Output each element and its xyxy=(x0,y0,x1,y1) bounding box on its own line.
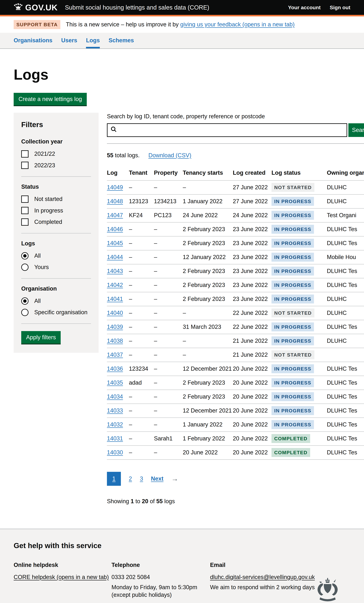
core-helpdesk-link[interactable]: CORE helpdesk (opens in a new tab) xyxy=(14,574,109,580)
cell-log-created: 23 June 2022 xyxy=(233,278,271,292)
checkbox-completed[interactable]: Completed xyxy=(21,218,91,226)
cell-log-created: 21 June 2022 xyxy=(233,334,271,348)
checkbox-2022-23[interactable]: 2022/23 xyxy=(21,162,91,169)
radio-specific-organisation[interactable]: Specific organisation xyxy=(21,309,91,316)
crown-icon xyxy=(14,3,23,12)
nav-item-users[interactable]: Users xyxy=(61,33,77,48)
status-badge: IN PROGRESS xyxy=(271,197,314,206)
cell-tenancy-starts: 2 February 2023 xyxy=(183,264,233,278)
status-badge: IN PROGRESS xyxy=(271,323,314,332)
radio-all[interactable]: All xyxy=(21,297,91,305)
download-csv-link[interactable]: Download (CSV) xyxy=(149,152,191,159)
nav-item-schemes[interactable]: Schemes xyxy=(109,33,134,48)
filter-group-logs: LogsAllYours xyxy=(21,240,91,278)
cell-log: 14047 xyxy=(107,208,129,222)
log-id-link[interactable]: 14043 xyxy=(107,268,123,274)
checkbox-2021-22[interactable]: 2021/22 xyxy=(21,150,91,158)
nav-item-logs[interactable]: Logs xyxy=(86,33,100,48)
cell-log: 14036 xyxy=(107,362,129,376)
cell-property: – xyxy=(154,334,183,348)
status-badge: IN PROGRESS xyxy=(271,364,314,373)
log-id-link[interactable]: 14047 xyxy=(107,212,123,218)
log-id-link[interactable]: 14042 xyxy=(107,282,123,288)
cell-status: IN PROGRESS xyxy=(271,264,327,278)
cell-owning-organisation xyxy=(327,348,364,362)
cell-owning-organisation: DLUHC Tes xyxy=(327,390,364,404)
log-id-link[interactable]: 14034 xyxy=(107,394,123,400)
cell-tenant: – xyxy=(129,278,154,292)
radio-control[interactable] xyxy=(21,264,28,271)
table-row: 14045––2 February 202323 June 2022IN PRO… xyxy=(107,236,364,250)
checkbox-control[interactable] xyxy=(21,150,28,158)
cell-tenant: 123123 xyxy=(129,194,154,208)
log-id-link[interactable]: 14035 xyxy=(107,380,123,386)
cell-owning-organisation: DLUHC Tes xyxy=(327,222,364,236)
checkbox-control[interactable] xyxy=(21,162,28,169)
your-account-link[interactable]: Your account xyxy=(288,4,321,11)
pagination-page-2[interactable]: 2 xyxy=(129,475,132,482)
apply-filters-button[interactable]: Apply filters xyxy=(21,331,61,344)
feedback-link[interactable]: giving us your feedback (opens in a new … xyxy=(180,21,294,28)
status-badge: COMPLETED xyxy=(271,448,310,457)
service-name-link[interactable]: Submit social housing lettings and sales… xyxy=(65,3,288,11)
cell-tenancy-starts: 1 January 2022 xyxy=(183,194,233,208)
log-id-link[interactable]: 14049 xyxy=(107,184,123,190)
checkbox-not-started[interactable]: Not started xyxy=(21,195,91,203)
search-input[interactable] xyxy=(107,123,347,137)
log-id-link[interactable]: 14039 xyxy=(107,324,123,330)
log-id-link[interactable]: 14037 xyxy=(107,352,123,358)
cell-tenancy-starts: – xyxy=(183,334,233,348)
nav-item-organisations[interactable]: Organisations xyxy=(14,33,52,48)
search-button[interactable]: Search xyxy=(348,123,364,137)
log-id-link[interactable]: 14031 xyxy=(107,435,123,442)
checkbox-in-progress[interactable]: In progress xyxy=(21,207,91,214)
cell-log: 14033 xyxy=(107,404,129,418)
footer-title: Get help with this service xyxy=(14,541,350,550)
cell-owning-organisation: DLUHC Tes xyxy=(327,446,364,460)
checkbox-control[interactable] xyxy=(21,207,28,214)
checkbox-control[interactable] xyxy=(21,218,28,226)
radio-control[interactable] xyxy=(21,309,28,316)
table-row: 14039––31 March 202322 June 2022IN PROGR… xyxy=(107,320,364,334)
table-row: 14034––2 February 202320 June 2022IN PRO… xyxy=(107,390,364,404)
table-row: 14042––2 February 202323 June 2022IN PRO… xyxy=(107,278,364,292)
govuk-logo-link[interactable]: GOV.UK xyxy=(14,2,58,13)
crown-copyright-block: © Crown copyright xyxy=(305,577,350,603)
sign-out-link[interactable]: Sign out xyxy=(330,4,350,11)
cell-property: – xyxy=(154,292,183,306)
cell-log-created: 24 June 2022 xyxy=(233,208,271,222)
log-id-link[interactable]: 14045 xyxy=(107,240,123,246)
radio-all[interactable]: All xyxy=(21,252,91,259)
log-id-link[interactable]: 14041 xyxy=(107,296,123,302)
pagination-page-3[interactable]: 3 xyxy=(140,475,143,482)
radio-yours[interactable]: Yours xyxy=(21,263,91,271)
radio-control[interactable] xyxy=(21,252,28,259)
log-id-link[interactable]: 14046 xyxy=(107,226,123,232)
cell-tenancy-starts: – xyxy=(183,348,233,362)
log-id-link[interactable]: 14030 xyxy=(107,449,123,456)
log-id-link[interactable]: 14044 xyxy=(107,254,123,260)
pagination-page-current[interactable]: 1 xyxy=(107,472,121,486)
email-link[interactable]: dluhc.digital-services@levellingup.gov.u… xyxy=(210,574,315,580)
cell-tenant: – xyxy=(129,334,154,348)
filter-group-label: Status xyxy=(21,183,91,190)
radio-control[interactable] xyxy=(21,297,28,305)
log-id-link[interactable]: 14040 xyxy=(107,310,123,316)
log-id-link[interactable]: 14032 xyxy=(107,421,123,428)
status-badge: NOT STARTED xyxy=(271,350,314,359)
table-row: 14044––12 January 202223 June 2022IN PRO… xyxy=(107,250,364,264)
table-row: 14035adad–2 February 202320 June 2022IN … xyxy=(107,376,364,390)
cell-log: 14043 xyxy=(107,264,129,278)
search-label: Search by log ID, tenant code, property … xyxy=(107,113,364,120)
cell-status: IN PROGRESS xyxy=(271,278,327,292)
log-id-link[interactable]: 14033 xyxy=(107,407,123,414)
create-lettings-log-button[interactable]: Create a new lettings log xyxy=(14,93,87,105)
log-id-link[interactable]: 14048 xyxy=(107,198,123,204)
table-row: 14030––20 June 202220 June 2022COMPLETED… xyxy=(107,446,364,460)
phase-banner: SUPPORT BETA This is a new service – hel… xyxy=(0,16,364,33)
cell-log-created: 23 June 2022 xyxy=(233,250,271,264)
checkbox-control[interactable] xyxy=(21,196,28,203)
log-id-link[interactable]: 14038 xyxy=(107,337,123,344)
pagination-next-link[interactable]: Next xyxy=(151,475,163,482)
log-id-link[interactable]: 14036 xyxy=(107,366,123,372)
